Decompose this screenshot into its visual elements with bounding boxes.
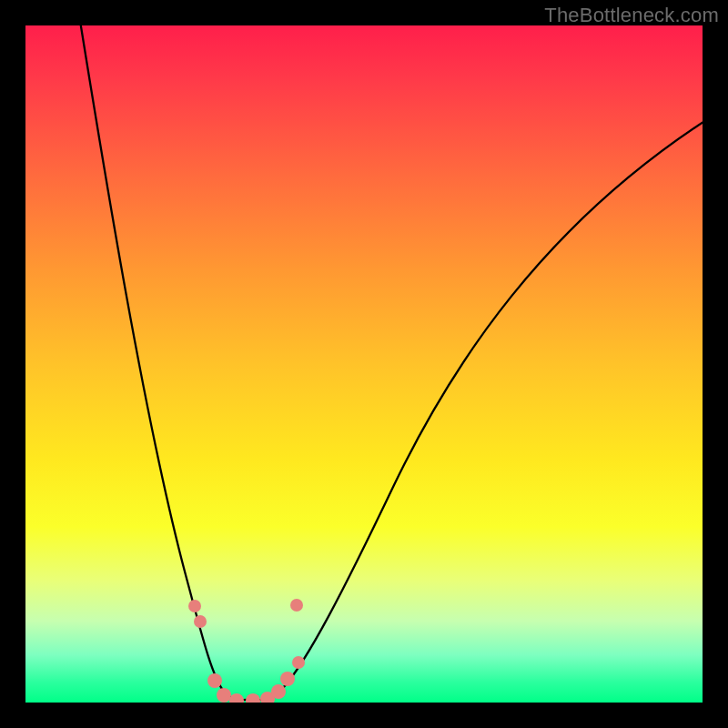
curve-right (251, 120, 703, 700)
curve-left (80, 25, 251, 700)
data-marker (246, 693, 260, 703)
data-marker (207, 673, 222, 688)
chart-svg (25, 25, 703, 703)
data-marker (280, 672, 295, 686)
data-marker (217, 688, 231, 703)
chart-plot-area (25, 25, 703, 703)
watermark-text: TheBottleneck.com (544, 4, 719, 27)
data-marker (292, 656, 305, 669)
data-marker (271, 684, 286, 699)
data-marker (188, 600, 201, 612)
data-marker (229, 693, 244, 703)
curve-group (80, 25, 703, 700)
data-marker (290, 599, 303, 612)
data-marker (194, 615, 207, 628)
